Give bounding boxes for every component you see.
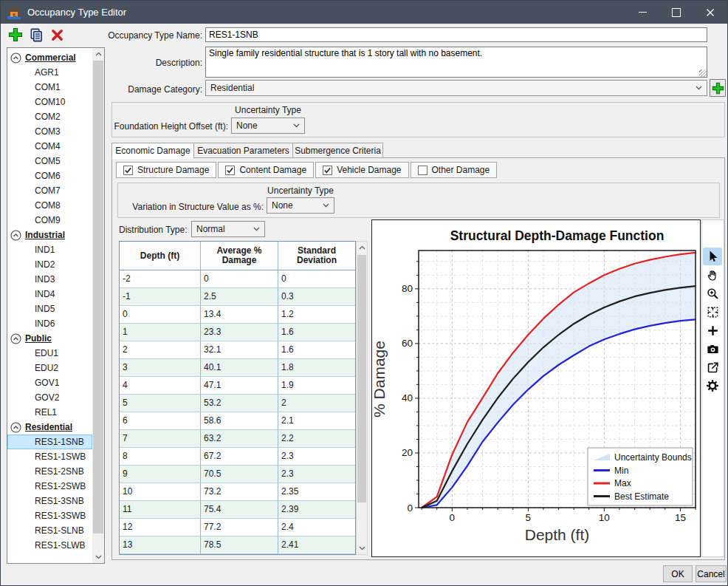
table-cell[interactable]: 2.1 xyxy=(278,412,355,430)
tool-export[interactable] xyxy=(703,358,722,376)
table-cell[interactable]: 3 xyxy=(120,359,201,377)
table-cell[interactable]: 2.3 xyxy=(278,448,355,466)
table-cell[interactable]: 1.8 xyxy=(278,359,355,377)
tool-zoom-extents[interactable] xyxy=(703,303,722,321)
toggle-other-damage[interactable]: Other Damage xyxy=(411,162,498,178)
table-row[interactable]: -12.50.3 xyxy=(120,288,355,306)
damage-category-dropdown[interactable]: Residential xyxy=(205,80,707,96)
table-cell[interactable]: -1 xyxy=(120,288,201,306)
sidebar-item-com9[interactable]: COM9 xyxy=(7,213,92,228)
ok-button[interactable]: OK xyxy=(663,565,693,582)
table-cell[interactable]: 47.1 xyxy=(201,377,278,395)
table-row[interactable]: 1175.42.39 xyxy=(120,501,355,519)
table-cell[interactable]: 2.4 xyxy=(278,519,355,536)
tab-economic-damage[interactable]: Economic Damage xyxy=(111,143,194,159)
distribution-type-dropdown[interactable]: Normal xyxy=(191,221,265,237)
table-cell[interactable]: 2.3 xyxy=(278,466,355,483)
sidebar-item-res1-3snb[interactable]: RES1-3SNB xyxy=(7,494,92,508)
table-row[interactable]: -200 xyxy=(120,270,355,288)
variation-uncertainty-dropdown[interactable]: None xyxy=(267,197,334,214)
sidebar-item-edu2[interactable]: EDU2 xyxy=(7,361,92,375)
sidebar-item-res1-slnb[interactable]: RES1-SLNB xyxy=(7,523,92,538)
sidebar-item-ind2[interactable]: IND2 xyxy=(7,257,92,272)
table-cell[interactable]: 7 xyxy=(120,430,201,448)
add-damage-category-button[interactable] xyxy=(710,79,726,97)
sidebar-group-industrial[interactable]: Industrial xyxy=(7,228,92,242)
table-cell[interactable]: 10 xyxy=(120,483,201,501)
table-cell[interactable]: 1.9 xyxy=(278,377,355,395)
table-row[interactable]: 970.52.3 xyxy=(120,466,355,483)
sidebar-item-ind5[interactable]: IND5 xyxy=(7,301,92,316)
table-row[interactable]: 553.22 xyxy=(120,395,355,412)
tool-zoom-in[interactable] xyxy=(703,285,722,302)
checkbox-checked[interactable] xyxy=(225,166,235,175)
sidebar-item-ind4[interactable]: IND4 xyxy=(7,287,92,301)
table-cell[interactable]: 2.35 xyxy=(278,483,355,501)
occupancy-type-name-input[interactable] xyxy=(205,27,707,42)
sidebar-item-res1-3swb[interactable]: RES1-3SWB xyxy=(7,508,92,523)
table-row[interactable]: 867.22.3 xyxy=(120,448,355,466)
table-row[interactable]: 013.41.2 xyxy=(120,306,355,324)
sidebar-item-res1-1swb[interactable]: RES1-1SWB xyxy=(7,449,92,464)
table-cell[interactable]: 2.41 xyxy=(278,536,355,554)
table-cell[interactable]: 1 xyxy=(120,324,201,341)
sidebar-item-com6[interactable]: COM6 xyxy=(7,168,92,183)
checkbox-checked[interactable] xyxy=(323,166,332,175)
table-row[interactable]: 232.11.6 xyxy=(120,341,355,359)
table-cell[interactable]: 1.6 xyxy=(278,341,355,359)
tool-pan-hand[interactable] xyxy=(703,266,722,284)
table-cell[interactable]: 75.4 xyxy=(201,501,278,519)
foundation-uncertainty-dropdown[interactable]: None xyxy=(231,117,305,134)
table-cell[interactable]: 2.2 xyxy=(278,430,355,448)
table-cell[interactable]: 2.5 xyxy=(201,288,278,306)
table-cell[interactable]: 2.39 xyxy=(278,501,355,519)
table-cell[interactable]: 73.2 xyxy=(201,483,278,501)
table-cell[interactable]: 4 xyxy=(120,377,201,395)
table-row[interactable]: 123.31.6 xyxy=(120,324,355,341)
table-cell[interactable]: 1.2 xyxy=(278,306,355,324)
table-cell[interactable]: 0 xyxy=(201,270,278,288)
sidebar-item-com10[interactable]: COM10 xyxy=(7,95,92,109)
table-row[interactable]: 1277.22.4 xyxy=(120,519,355,536)
cancel-button[interactable]: Cancel xyxy=(696,565,727,582)
tool-camera[interactable] xyxy=(703,340,722,358)
sidebar-item-res1-slwb[interactable]: RES1-SLWB xyxy=(7,538,92,553)
scroll-up-icon[interactable] xyxy=(357,242,367,253)
table-cell[interactable]: 11 xyxy=(120,501,201,519)
table-row[interactable]: 1378.52.41 xyxy=(120,536,355,554)
description-input[interactable] xyxy=(205,47,707,78)
toggle-content-damage[interactable]: Content Damage xyxy=(218,162,314,178)
table-row[interactable]: 658.62.1 xyxy=(120,412,355,430)
table-cell[interactable]: 63.2 xyxy=(201,430,278,448)
sidebar-item-ind6[interactable]: IND6 xyxy=(7,316,92,331)
table-cell[interactable]: 23.3 xyxy=(201,324,278,341)
tool-settings[interactable] xyxy=(703,377,722,395)
table-cell[interactable]: 77.2 xyxy=(201,519,278,536)
sidebar-item-gov1[interactable]: GOV1 xyxy=(7,375,92,390)
sidebar-item-com5[interactable]: COM5 xyxy=(7,154,92,168)
toggle-structure-damage[interactable]: Structure Damage xyxy=(116,162,216,178)
sidebar-item-res1-2snb[interactable]: RES1-2SNB xyxy=(7,464,92,479)
table-row[interactable]: 763.22.2 xyxy=(120,430,355,448)
table-row[interactable]: 340.11.8 xyxy=(120,359,355,377)
table-cell[interactable]: 2 xyxy=(120,341,201,359)
sidebar-group-residential[interactable]: Residential xyxy=(7,420,92,435)
table-cell[interactable]: 0 xyxy=(120,306,201,324)
table-row[interactable]: 1073.22.35 xyxy=(120,483,355,501)
table-cell[interactable]: 78.5 xyxy=(201,536,278,554)
table-row[interactable]: 447.11.9 xyxy=(120,377,355,395)
table-cell[interactable]: 40.1 xyxy=(201,359,278,377)
table-cell[interactable]: 12 xyxy=(120,519,201,536)
toggle-vehicle-damage[interactable]: Vehicle Damage xyxy=(315,162,408,178)
maximize-button[interactable] xyxy=(659,1,693,24)
table-cell[interactable]: 5 xyxy=(120,395,201,412)
table-cell[interactable]: -2 xyxy=(120,270,201,288)
table-cell[interactable]: 32.1 xyxy=(201,341,278,359)
scrollbar-thumb[interactable] xyxy=(93,61,103,534)
copy-occupancy-button[interactable] xyxy=(27,26,45,44)
sidebar-item-com3[interactable]: COM3 xyxy=(7,124,92,139)
sidebar-item-ind3[interactable]: IND3 xyxy=(7,272,92,287)
sidebar-item-res1-2swb[interactable]: RES1-2SWB xyxy=(7,479,92,494)
sidebar-item-edu1[interactable]: EDU1 xyxy=(7,346,92,361)
textarea-resize-grip[interactable] xyxy=(699,69,707,77)
